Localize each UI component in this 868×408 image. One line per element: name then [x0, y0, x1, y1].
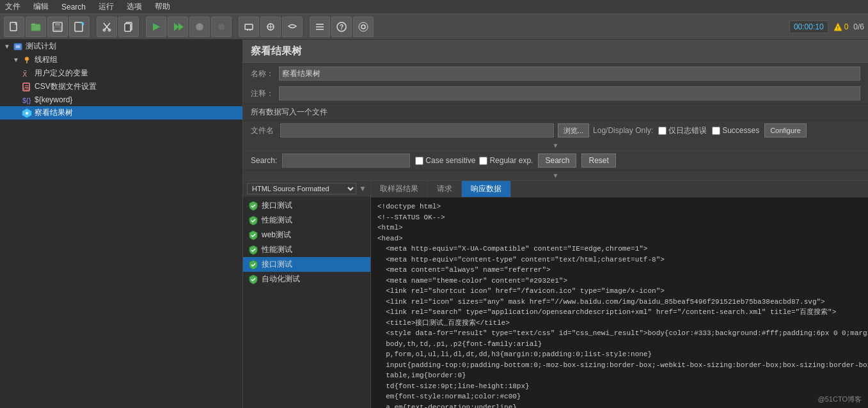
result-item[interactable]: 接口测试 [243, 257, 370, 272]
code-viewer[interactable]: <!doctype html><!--STATUS OK--><html><he… [371, 198, 868, 408]
reset-button[interactable]: Reset [581, 153, 615, 168]
code-line: <meta name="theme-color" content="#2932e… [377, 276, 862, 286]
sidebar-item-keyword[interactable]: ${} ${keyword} [0, 93, 242, 106]
code-line: <head> [377, 233, 862, 244]
result-item-label: 接口测试 [262, 259, 292, 270]
code-line: <link rel="search" type="application/ope… [377, 307, 862, 318]
code-line: <!doctype html> [377, 201, 862, 212]
cut-button[interactable] [97, 17, 117, 37]
menu-search[interactable]: Search [59, 3, 88, 12]
stop-button[interactable] [211, 17, 232, 37]
code-line: <link rel="icon" sizes="any" mask href="… [377, 297, 862, 308]
panel-header: 察看结果树 [243, 40, 868, 64]
svg-rect-19 [245, 24, 253, 29]
result-item-label: 性能测试 [262, 215, 292, 226]
remote2-button[interactable] [260, 17, 281, 37]
timer-display: 00:00:10 [789, 20, 828, 33]
list-button[interactable] [310, 17, 330, 37]
result-item-label: 接口测试 [262, 200, 292, 211]
collapse-row[interactable]: ▼ [243, 141, 868, 151]
results-panel: HTML Source Formatted HTML JSON XML Text… [243, 181, 868, 408]
errors-only-input[interactable] [658, 127, 667, 135]
sidebar-item-thread-group[interactable]: ▼ 线程组 [0, 53, 242, 67]
right-panel: 察看结果树 名称： 注释： 所有数据写入一个文件 文件名 浏览... Log/D… [243, 40, 868, 408]
stop-pause-button[interactable] [189, 17, 210, 37]
collapse-row2[interactable]: ▼ [243, 171, 868, 181]
case-sensitive-checkbox[interactable]: Case sensitive [415, 156, 475, 165]
result-item[interactable]: 接口测试 [243, 198, 370, 213]
copy-button[interactable] [118, 17, 139, 37]
code-line: em{font-style:normal;color:#c00} [377, 391, 862, 402]
menu-help[interactable]: 帮助 [152, 1, 173, 12]
remote1-button[interactable] [239, 17, 259, 37]
sidebar-item-csv[interactable]: CSV CSV数据文件设置 [0, 80, 242, 93]
user-vars-icon: X̄ [22, 68, 32, 79]
browse-button[interactable]: 浏览... [558, 123, 589, 137]
file-row: 文件名 浏览... Log/Display Only: 仅日志错误 Succes… [243, 121, 868, 141]
log-label: Log/Display Only: [593, 126, 653, 135]
csv-label: CSV数据文件设置 [35, 81, 97, 92]
svg-point-17 [196, 23, 203, 31]
result-item-label: web测试 [262, 230, 291, 240]
sidebar-item-test-plan[interactable]: ▼ 测试计划 [0, 40, 242, 53]
tab-1[interactable]: 请求 [428, 181, 462, 197]
code-line: a em{text-decoration:underline} [377, 402, 862, 409]
menu-file[interactable]: 文件 [3, 1, 23, 12]
result-item[interactable]: 性能测试 [243, 213, 370, 228]
regex-checkbox[interactable]: Regular exp. [479, 156, 533, 165]
result-item[interactable]: web测试 [243, 228, 370, 242]
sidebar: ▼ 测试计划 ▼ 线程组 X̄ 用户定义的变量 [0, 40, 243, 408]
svg-rect-4 [55, 22, 60, 26]
open-button[interactable] [26, 17, 46, 37]
save-as-button[interactable] [69, 17, 90, 37]
start-no-pause-button[interactable] [168, 17, 188, 37]
user-vars-label: 用户定义的变量 [35, 68, 88, 79]
file-input[interactable] [280, 123, 554, 137]
format-dropdown-arrow[interactable]: ▼ [359, 184, 367, 193]
case-sensitive-label: Case sensitive [425, 156, 475, 165]
results-list-items: 接口测试 性能测试 web测试 性能测试 接口测试 自动化测试 [243, 197, 370, 408]
errors-only-checkbox[interactable]: 仅日志错误 [658, 125, 707, 136]
comment-label: 注释： [251, 88, 274, 99]
search-label: Search: [251, 156, 277, 165]
shield-ok-icon [248, 201, 258, 211]
code-line: <meta content="always" name="referrer"> [377, 265, 862, 276]
successes-input[interactable] [712, 127, 720, 135]
search-input[interactable] [282, 153, 410, 168]
code-line: <html> [377, 223, 862, 233]
start-button[interactable] [146, 17, 166, 37]
configure-button[interactable]: Configure [764, 123, 807, 137]
result-item[interactable]: 性能测试 [243, 242, 370, 257]
menu-options[interactable]: 选项 [124, 1, 145, 12]
regex-input[interactable] [479, 157, 487, 165]
name-input[interactable] [279, 67, 860, 81]
search-button[interactable]: Search [538, 153, 576, 168]
results-list: HTML Source Formatted HTML JSON XML Text… [243, 181, 371, 408]
save-button[interactable] [47, 17, 68, 37]
thread-group-label: 线程组 [35, 54, 58, 65]
settings-button[interactable] [353, 17, 374, 37]
code-line: p,form,ol,ul,li,dl,dt,dd,h3{margin:0;pad… [377, 349, 862, 360]
successes-checkbox[interactable]: Successes [712, 126, 759, 135]
remote3-button[interactable] [282, 17, 303, 37]
result-item[interactable]: 自动化测试 [243, 272, 370, 286]
main-layout: ▼ 测试计划 ▼ 线程组 X̄ 用户定义的变量 [0, 40, 868, 408]
successes-label: Successes [722, 126, 759, 135]
tab-0[interactable]: 取样器结果 [371, 181, 428, 197]
menu-edit[interactable]: 编辑 [31, 1, 51, 12]
tab-2[interactable]: 响应数据 [462, 181, 511, 197]
results-list-header: HTML Source Formatted HTML JSON XML Text… [243, 181, 370, 197]
new-button[interactable] [4, 17, 24, 37]
help-button[interactable]: ? [331, 17, 352, 37]
code-line: td{font-size:9pt;line-height:18px} [377, 381, 862, 392]
menu-run[interactable]: 运行 [96, 1, 116, 12]
result-tree-label: 察看结果树 [35, 107, 73, 118]
sidebar-item-user-vars[interactable]: X̄ 用户定义的变量 [0, 67, 242, 80]
section-header: 所有数据写入一个文件 [243, 104, 868, 121]
case-sensitive-input[interactable] [415, 157, 423, 165]
menubar: 文件 编辑 Search 运行 选项 帮助 [0, 0, 868, 14]
format-select[interactable]: HTML Source Formatted HTML JSON XML Text [247, 183, 356, 194]
comment-input[interactable] [279, 86, 860, 100]
sidebar-item-result-tree[interactable]: 察看结果树 [0, 106, 242, 120]
search-options: Case sensitive Regular exp. [415, 156, 533, 165]
